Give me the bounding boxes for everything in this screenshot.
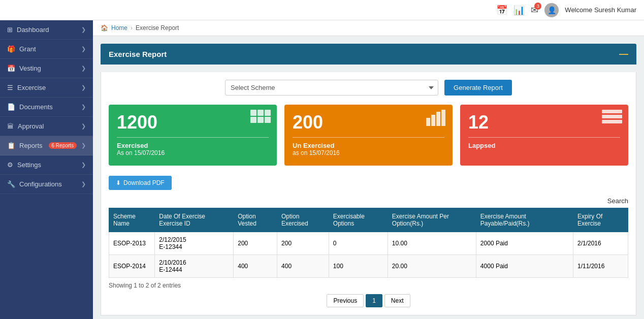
exercised-label: Exercised: [117, 142, 269, 149]
lappsed-label: Lappsed: [468, 142, 620, 149]
cell-amount-payable: 4000 Paid: [476, 255, 573, 278]
svg-rect-4: [257, 117, 264, 123]
scheme-select[interactable]: Select Scheme: [225, 80, 438, 95]
chevron-icon: ❯: [81, 181, 86, 187]
col-expiry: Expiry Of Exercise: [573, 208, 628, 232]
svg-rect-2: [265, 110, 271, 116]
breadcrumb-current: Exercise Report: [136, 24, 179, 31]
cell-amount-per: 20.00: [388, 255, 476, 278]
exercised-number: 1200: [117, 112, 269, 133]
unexercised-sublabel: as on 15/07/2016: [293, 149, 444, 156]
cell-amount-payable: 2000 Paid: [476, 232, 573, 255]
col-option-vested: Option Vested: [234, 208, 277, 232]
notification-badge: 3: [534, 3, 541, 10]
stat-card-unexercised: 200 Un Exercised as on 15/07/2016: [284, 105, 453, 166]
svg-rect-12: [602, 120, 622, 123]
sidebar-item-dashboard[interactable]: ⊞ Dashboard ❯: [0, 20, 93, 40]
col-exercisable: Exercisable Options: [329, 208, 388, 232]
approval-icon: 🏛: [7, 122, 14, 130]
svg-rect-6: [426, 118, 430, 126]
calendar-icon[interactable]: 📅: [496, 5, 507, 16]
sidebar-item-vesting[interactable]: 📅 Vesting ❯: [0, 59, 93, 78]
search-label: Search: [607, 197, 628, 205]
table-icon[interactable]: 📊: [513, 5, 525, 16]
chevron-icon: ❯: [81, 123, 86, 130]
page-1-button[interactable]: 1: [366, 294, 382, 307]
sidebar-item-reports[interactable]: 📋 Reports 6 Reports ❯: [0, 136, 93, 155]
cell-expiry: 1/11/2016: [573, 255, 628, 278]
svg-rect-7: [431, 115, 435, 126]
download-icon: ⬇: [116, 179, 121, 186]
excercise-icon: ☰: [7, 84, 13, 91]
col-amount-payable: Exercise Amount Payable/Paid(Rs.): [476, 208, 573, 232]
avatar[interactable]: 👤: [544, 3, 559, 17]
exercised-sublabel: As on 15/07/2016: [117, 149, 269, 156]
sidebar-item-settings[interactable]: ⚙ Settings ❯: [0, 155, 93, 175]
chevron-icon: ❯: [81, 65, 86, 72]
svg-rect-5: [265, 117, 271, 123]
search-row: Search: [109, 197, 628, 205]
previous-button[interactable]: Previous: [327, 294, 364, 307]
sidebar-item-grant[interactable]: 🎁 Grant ❯: [0, 40, 93, 59]
cell-amount-per: 10.00: [388, 232, 476, 255]
svg-rect-9: [441, 110, 445, 126]
download-pdf-button[interactable]: ⬇ Download PDF: [109, 176, 172, 190]
cell-option-vested: 200: [234, 232, 277, 255]
stat-card-exercised: 1200 Exercised As on 15/07/2016: [109, 105, 277, 166]
cell-scheme: ESOP-2014: [109, 255, 155, 278]
cell-date: 2/10/2016E-12444: [155, 255, 234, 278]
sidebar-item-approval[interactable]: 🏛 Approval ❯: [0, 117, 93, 136]
documents-icon: 📄: [7, 103, 15, 111]
topbar: 📅 📊 ✉ 3 👤 Welcome Suresh Kumar: [0, 0, 644, 20]
sidebar-item-configurations[interactable]: 🔧 Configurations ❯: [0, 175, 93, 194]
svg-rect-1: [257, 110, 264, 116]
svg-rect-11: [602, 115, 622, 118]
generate-report-button[interactable]: Generate Report: [444, 80, 512, 95]
table-row: ESOP-2014 2/10/2016E-12444 400 400 100 2…: [109, 255, 628, 278]
cell-expiry: 2/1/2016: [573, 232, 628, 255]
sidebar-item-documents[interactable]: 📄 Documents ❯: [0, 98, 93, 117]
cell-date: 2/12/2015E-12344: [155, 232, 234, 255]
col-amount-per: Exercise Amount Per Option(Rs.): [388, 208, 476, 232]
stats-row: 1200 Exercised As on 15/07/2016: [109, 105, 628, 166]
page-title: Exercise Report: [109, 50, 167, 58]
list-icon: [602, 110, 622, 130]
data-table: Scheme Name Date Of Exercise Exercise ID…: [109, 208, 628, 278]
dashboard-icon: ⊞: [7, 26, 13, 34]
sidebar: ⊞ Dashboard ❯ 🎁 Grant ❯ 📅 Vesting ❯ ☰ Ex…: [0, 20, 93, 319]
vesting-icon: 📅: [7, 65, 15, 72]
svg-rect-3: [250, 117, 256, 123]
cell-exercisable: 100: [329, 255, 388, 278]
chevron-icon: ❯: [81, 162, 86, 168]
bar-chart-icon: [426, 110, 446, 130]
minimize-button[interactable]: —: [619, 49, 628, 59]
reports-icon: 📋: [7, 142, 15, 149]
next-button[interactable]: Next: [384, 294, 410, 307]
pagination: Previous 1 Next: [109, 294, 628, 307]
svg-rect-10: [602, 110, 622, 113]
showing-entries: Showing 1 to 2 of 2 entries: [109, 282, 628, 289]
home-link[interactable]: Home: [111, 24, 127, 31]
col-date-exercise: Date Of Exercise Exercise ID: [155, 208, 234, 232]
welcome-text: Welcome Suresh Kumar: [565, 6, 636, 14]
scheme-row: Select Scheme Generate Report: [109, 80, 628, 95]
stat-card-lappsed: 12 Lappsed: [460, 105, 628, 166]
breadcrumb-separator: ›: [131, 24, 133, 31]
cell-option-exercised: 400: [277, 255, 329, 278]
grid-icon: [250, 110, 271, 130]
cell-exercisable: 0: [329, 232, 388, 255]
notification-icon[interactable]: ✉ 3: [531, 5, 538, 16]
lappsed-number: 12: [468, 112, 620, 133]
reports-badge: 6 Reports: [49, 142, 77, 149]
svg-rect-8: [436, 112, 440, 126]
settings-icon: ⚙: [7, 161, 13, 169]
chevron-icon: ❯: [81, 104, 86, 110]
svg-rect-0: [250, 110, 256, 116]
unexercised-label: Un Exercised: [293, 142, 444, 149]
card-area: Select Scheme Generate Report: [101, 72, 636, 315]
sidebar-item-excercise[interactable]: ☰ Excercise ❯: [0, 78, 93, 98]
chevron-icon: ❯: [81, 26, 86, 33]
chevron-icon: ❯: [81, 142, 86, 149]
grant-icon: 🎁: [7, 45, 15, 53]
unexercised-number: 200: [293, 112, 444, 133]
